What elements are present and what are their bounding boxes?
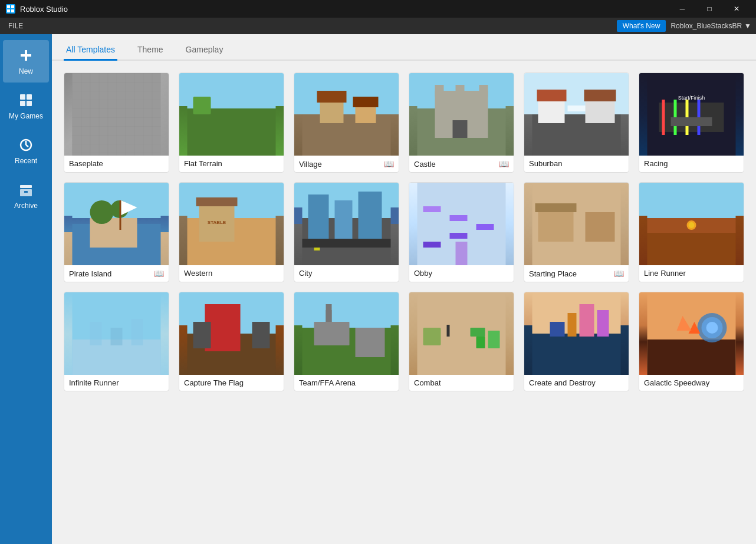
template-thumb-suburban [524,73,629,156]
svg-rect-8 [20,101,25,106]
sidebar-my-games-label: My Games [9,112,43,120]
svg-point-117 [706,322,718,334]
svg-rect-104 [471,328,485,337]
template-footer-combat: Combat [409,375,514,391]
template-footer-city: City [294,265,399,281]
svg-rect-74 [456,242,468,265]
template-card-village[interactable]: Village📖 [294,72,399,173]
template-thumb-infinite-runner [64,292,169,375]
template-card-combat[interactable]: Combat [409,292,514,391]
template-label-infinite-runner: Infinite Runner [69,378,119,387]
sidebar-item-archive[interactable]: Archive [3,174,49,217]
svg-rect-106 [488,331,500,348]
svg-rect-30 [435,85,444,97]
svg-rect-33 [453,120,468,138]
template-card-flat-terrain[interactable]: Flat Terrain [179,72,284,173]
template-footer-pirate-island: Pirate Island📖 [64,265,169,282]
template-label-flat-terrain: Flat Terrain [184,159,222,168]
template-label-racing: Racing [644,159,668,168]
svg-rect-2 [7,9,10,12]
svg-rect-80 [647,230,736,265]
svg-rect-0 [7,5,10,8]
template-card-infinite-runner[interactable]: Infinite Runner [64,292,169,391]
whats-new-button[interactable]: What's New [617,20,666,32]
template-thumb-castle [409,73,514,156]
menubar-right: What's New Roblox_BlueStacksBR ▼ [617,20,751,32]
svg-rect-86 [90,322,102,345]
template-card-pirate-island[interactable]: Pirate Island📖 [64,182,169,282]
template-thumb-capture-the-flag [179,292,284,375]
template-card-castle[interactable]: Castle📖 [409,72,514,173]
template-card-racing[interactable]: Start/FinishRacing [639,72,744,173]
book-icon: 📖 [154,269,164,278]
template-card-create-and-destroy[interactable]: Create and Destroy [524,292,629,391]
template-card-baseplate[interactable]: Baseplate [64,72,169,173]
template-card-obby[interactable]: Obby [409,182,514,282]
template-card-city[interactable]: City [294,182,399,282]
svg-rect-94 [252,322,270,348]
sidebar-item-my-games[interactable]: My Games [3,85,49,127]
template-footer-team-ffa: Team/FFA Arena [294,375,399,391]
svg-rect-72 [450,215,468,221]
maximize-button[interactable]: □ [696,0,723,18]
menubar: FILE What's New Roblox_BlueStacksBR ▼ [0,18,756,34]
close-button[interactable]: ✕ [723,0,750,18]
sidebar-item-recent[interactable]: Recent [3,130,49,172]
tabs-bar: All Templates Theme Gameplay [52,34,756,61]
my-games-icon [18,92,34,108]
template-footer-racing: Racing [639,156,744,172]
svg-rect-37 [537,90,567,101]
sidebar-archive-label: Archive [14,202,38,210]
template-footer-galactic-speedway: Galactic Speedway [639,375,744,391]
archive-icon [18,182,34,198]
svg-rect-114 [647,339,736,375]
svg-rect-103 [447,325,450,337]
template-footer-capture-the-flag: Capture The Flag [179,375,284,391]
template-label-western: Western [184,269,212,278]
template-footer-starting-place: Starting Place📖 [524,265,629,282]
svg-rect-24 [317,91,347,103]
template-card-suburban[interactable]: Suburban [524,72,629,173]
template-card-starting-place[interactable]: Starting Place📖 [524,182,629,282]
tab-theme[interactable]: Theme [135,40,166,61]
svg-rect-40 [568,105,586,111]
svg-rect-108 [533,334,621,375]
template-label-city: City [299,269,312,278]
svg-rect-112 [550,322,565,337]
template-footer-line-runner: Line Runner [639,265,744,281]
svg-rect-111 [568,313,577,337]
sidebar-new-label: New [19,67,33,75]
template-card-team-ffa[interactable]: Team/FFA Arena [294,292,399,391]
template-label-line-runner: Line Runner [644,269,686,278]
template-card-galactic-speedway[interactable]: Galactic Speedway [639,292,744,391]
svg-rect-43 [662,100,665,135]
svg-rect-3 [11,9,14,12]
template-footer-suburban: Suburban [524,156,629,172]
window-controls[interactable]: ─ □ ✕ [669,0,750,18]
svg-rect-6 [20,94,25,100]
sidebar-item-new[interactable]: New [3,40,49,83]
template-card-western[interactable]: STABLEWestern [179,182,284,282]
user-label: Roblox_BlueStacksBR ▼ [670,22,751,30]
svg-rect-15 [24,191,28,193]
template-footer-western: Western [179,265,284,281]
template-label-create-and-destroy: Create and Destroy [529,378,596,387]
template-card-capture-the-flag[interactable]: Capture The Flag [179,292,284,391]
minimize-button[interactable]: ─ [669,0,696,18]
tab-all-templates[interactable]: All Templates [64,40,117,61]
svg-line-12 [26,145,28,147]
new-icon [18,47,34,64]
svg-rect-102 [423,328,441,345]
svg-rect-47 [671,117,712,126]
template-footer-flat-terrain: Flat Terrain [179,156,284,172]
template-thumb-racing: Start/Finish [639,73,744,156]
template-card-line-runner[interactable]: Line Runner [639,182,744,282]
svg-rect-71 [476,224,494,230]
file-menu[interactable]: FILE [5,21,27,31]
template-thumb-starting-place [524,183,629,265]
app-body: New My Games Recent [0,34,756,544]
tab-gameplay[interactable]: Gameplay [183,40,226,61]
svg-rect-110 [597,310,609,337]
svg-rect-22 [303,114,391,156]
svg-rect-67 [314,248,320,250]
